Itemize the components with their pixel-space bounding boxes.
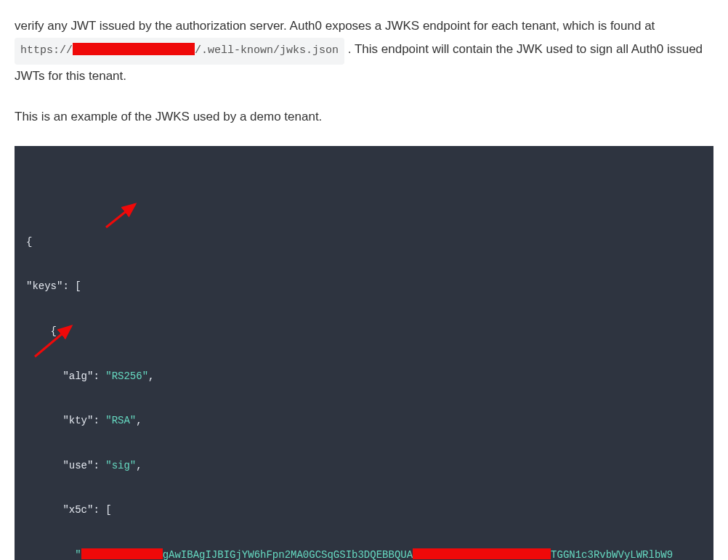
keys-key: "keys" [26, 280, 62, 292]
x5c-mid2: TGGN1c3RvbWVyLWRlbW9 [551, 549, 673, 560]
arrow-annotation-alg [100, 197, 151, 233]
para2-text: This is an example of the JWKS used by a… [15, 110, 322, 123]
redact-x5c-1 [81, 548, 163, 559]
use-key: "use" [26, 460, 93, 471]
x5c-quote: " [26, 549, 81, 560]
code-suffix: /.well-known/jwks.json [195, 44, 339, 57]
redacted-domain [73, 43, 195, 55]
x5c-key: "x5c" [26, 504, 93, 516]
jwks-url-code: https:///.well-known/jwks.json [15, 38, 344, 65]
intro-paragraph-2: This is an example of the JWKS used by a… [15, 105, 713, 129]
para1-before: verify any JWT issued by the authorizati… [15, 19, 655, 33]
keys-open: : [ [62, 280, 81, 292]
inner-open-brace: { [26, 325, 57, 337]
kty-value: "RSA" [105, 415, 136, 426]
brace-open: { [26, 236, 32, 248]
kty-key: "kty" [26, 415, 93, 426]
x5c-mid1: gAwIBAgIJBIGjYW6hFpn2MA0GCSqGSIb3DQEBBQU… [163, 549, 413, 560]
code-prefix: https:// [20, 44, 73, 57]
x5c-open: : [ [93, 504, 111, 516]
use-value: "sig" [105, 460, 136, 471]
redact-x5c-2 [413, 548, 551, 559]
svg-line-0 [106, 204, 135, 227]
alg-key: "alg" [26, 370, 93, 382]
jwks-code-block: { "keys": [ { "alg": "RS256", "kty": "RS… [15, 146, 713, 560]
alg-value: "RS256" [105, 370, 148, 382]
intro-paragraph-1: verify any JWT issued by the authorizati… [15, 15, 713, 88]
